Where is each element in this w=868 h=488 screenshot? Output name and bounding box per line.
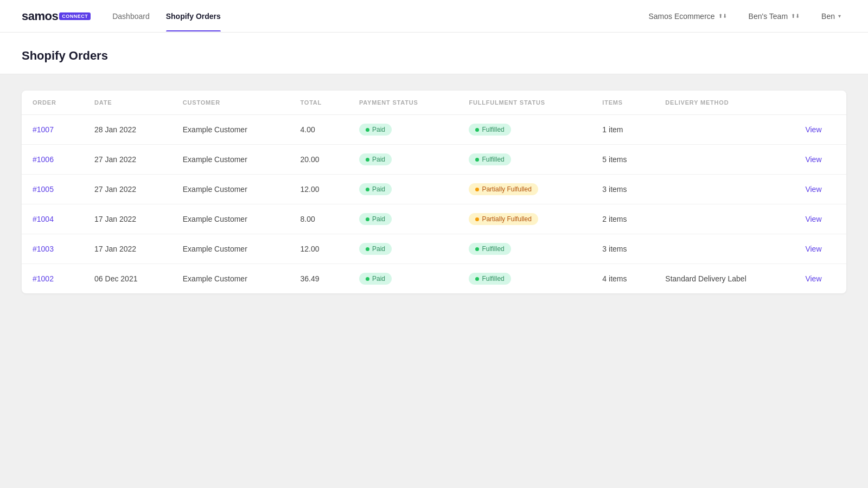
team-selector[interactable]: Ben's Team ⬆⬇ (743, 9, 805, 24)
store-name: Samos Ecommerce (648, 12, 714, 21)
order-payment-status: Paid (348, 115, 458, 145)
order-view-link[interactable]: View (805, 215, 821, 223)
order-customer: Example Customer (172, 175, 290, 204)
order-delivery-method: Standard Delivery Label (654, 264, 794, 294)
header-right: Samos Ecommerce ⬆⬇ Ben's Team ⬆⬇ Ben ▾ (643, 9, 846, 24)
col-payment-status: PAYMENT STATUS (348, 91, 458, 115)
team-dropdown-arrow: ⬆⬇ (791, 13, 800, 19)
order-total: 36.49 (289, 264, 348, 294)
table-row: #1006 27 Jan 2022 Example Customer 20.00… (22, 145, 846, 175)
order-payment-status: Paid (348, 264, 458, 294)
order-number[interactable]: #1004 (33, 215, 54, 223)
order-items: 3 items (591, 234, 654, 264)
user-name: Ben (821, 12, 835, 21)
order-view-link[interactable]: View (805, 274, 821, 283)
order-fulfillment-status: Fulfilled (458, 145, 591, 175)
table-row: #1002 06 Dec 2021 Example Customer 36.49… (22, 264, 846, 294)
order-total: 4.00 (289, 115, 348, 145)
order-date: 06 Dec 2021 (84, 264, 172, 294)
order-delivery-method (654, 115, 794, 145)
page-title: Shopify Orders (22, 49, 846, 63)
nav-shopify-orders[interactable]: Shopify Orders (166, 1, 221, 31)
col-total: TOTAL (289, 91, 348, 115)
order-payment-status: Paid (348, 234, 458, 264)
main-nav: Dashboard Shopify Orders (112, 1, 643, 31)
order-date: 27 Jan 2022 (84, 145, 172, 175)
col-actions (794, 91, 846, 115)
order-customer: Example Customer (172, 115, 290, 145)
order-fulfillment-status: Fulfilled (458, 115, 591, 145)
order-payment-status: Paid (348, 145, 458, 175)
orders-table: ORDER DATE CUSTOMER TOTAL PAYMENT STATUS… (22, 91, 846, 293)
table-header: ORDER DATE CUSTOMER TOTAL PAYMENT STATUS… (22, 91, 846, 115)
order-customer: Example Customer (172, 264, 290, 294)
order-date: 17 Jan 2022 (84, 204, 172, 234)
order-date: 27 Jan 2022 (84, 175, 172, 204)
order-payment-status: Paid (348, 204, 458, 234)
order-fulfillment-status: Fulfilled (458, 264, 591, 294)
user-dropdown-arrow: ▾ (838, 13, 841, 19)
table-row: #1007 28 Jan 2022 Example Customer 4.00 … (22, 115, 846, 145)
order-fulfillment-status: Partially Fulfulled (458, 175, 591, 204)
order-view-link[interactable]: View (805, 155, 821, 164)
col-items: ITEMS (591, 91, 654, 115)
order-payment-status: Paid (348, 175, 458, 204)
order-number[interactable]: #1002 (33, 274, 54, 283)
order-delivery-method (654, 145, 794, 175)
order-items: 5 items (591, 145, 654, 175)
order-items: 3 items (591, 175, 654, 204)
order-items: 4 items (591, 264, 654, 294)
order-total: 8.00 (289, 204, 348, 234)
orders-table-wrapper: ORDER DATE CUSTOMER TOTAL PAYMENT STATUS… (22, 91, 846, 293)
header: samos CONNECT Dashboard Shopify Orders S… (0, 0, 868, 33)
order-items: 1 item (591, 115, 654, 145)
user-menu[interactable]: Ben ▾ (816, 9, 846, 24)
order-items: 2 items (591, 204, 654, 234)
store-selector[interactable]: Samos Ecommerce ⬆⬇ (643, 9, 732, 24)
table-row: #1005 27 Jan 2022 Example Customer 12.00… (22, 175, 846, 204)
order-customer: Example Customer (172, 204, 290, 234)
order-number[interactable]: #1006 (33, 155, 54, 164)
order-delivery-method (654, 175, 794, 204)
table-row: #1003 17 Jan 2022 Example Customer 12.00… (22, 234, 846, 264)
order-total: 20.00 (289, 145, 348, 175)
logo-text: samos (22, 9, 58, 23)
order-number[interactable]: #1005 (33, 185, 54, 194)
team-name: Ben's Team (749, 12, 788, 21)
order-number[interactable]: #1007 (33, 125, 54, 134)
order-customer: Example Customer (172, 145, 290, 175)
order-fulfillment-status: Partially Fulfulled (458, 204, 591, 234)
col-date: DATE (84, 91, 172, 115)
order-fulfillment-status: Fulfilled (458, 234, 591, 264)
order-view-link[interactable]: View (805, 185, 821, 194)
col-customer: CUSTOMER (172, 91, 290, 115)
order-view-link[interactable]: View (805, 245, 821, 253)
col-delivery-method: DELIVERY METHOD (654, 91, 794, 115)
order-number[interactable]: #1003 (33, 245, 54, 253)
order-customer: Example Customer (172, 234, 290, 264)
store-dropdown-arrow: ⬆⬇ (718, 13, 727, 19)
order-total: 12.00 (289, 175, 348, 204)
order-date: 17 Jan 2022 (84, 234, 172, 264)
order-delivery-method (654, 204, 794, 234)
logo-badge: CONNECT (59, 12, 91, 20)
order-total: 12.00 (289, 234, 348, 264)
col-order: ORDER (22, 91, 84, 115)
page-header: Shopify Orders (0, 33, 868, 74)
col-fulfillment-status: FULLFULMENT STATUS (458, 91, 591, 115)
table-row: #1004 17 Jan 2022 Example Customer 8.00 … (22, 204, 846, 234)
order-delivery-method (654, 234, 794, 264)
table-section: ORDER DATE CUSTOMER TOTAL PAYMENT STATUS… (0, 74, 868, 310)
logo: samos CONNECT (22, 9, 91, 23)
table-body: #1007 28 Jan 2022 Example Customer 4.00 … (22, 115, 846, 294)
nav-dashboard[interactable]: Dashboard (112, 1, 150, 31)
order-date: 28 Jan 2022 (84, 115, 172, 145)
order-view-link[interactable]: View (805, 125, 821, 134)
